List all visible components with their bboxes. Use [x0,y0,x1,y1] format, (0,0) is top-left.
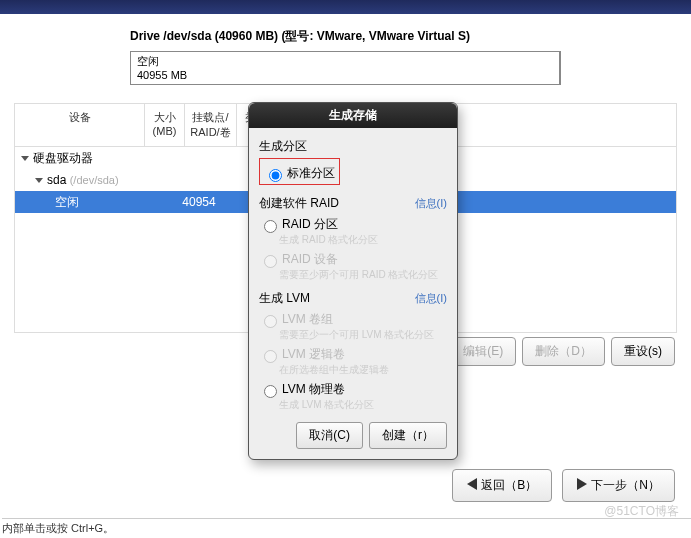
reset-button[interactable]: 重设(s) [611,337,675,366]
radio-lvm-lv [264,350,277,363]
create-storage-dialog: 生成存储 生成分区 标准分区 创建软件 RAID 信息(I) RAID 分区 生… [248,102,458,460]
drive-free-label: 空闲 [137,54,553,68]
arrow-right-icon [577,478,587,493]
dialog-title: 生成存储 [249,103,457,128]
col-size[interactable]: 大小 (MB) [145,104,185,146]
drive-free-segment[interactable]: 空闲 40955 MB [131,52,560,84]
radio-lvm-vg [264,315,277,328]
top-stripe [0,0,691,14]
lvm-info-link[interactable]: 信息(I) [415,291,447,306]
drive-title: Drive /dev/sda (40960 MB) (型号: VMware, V… [130,24,561,49]
dialog-cancel-button[interactable]: 取消(C) [296,422,363,449]
opt-lvm-lv: LVM 逻辑卷 [259,346,447,363]
raid-info-link[interactable]: 信息(I) [415,196,447,211]
arrow-left-icon [467,478,477,493]
section-partition: 生成分区 [259,138,447,155]
radio-standard[interactable] [269,169,282,182]
nav-buttons: 返回（B） 下一步（N） [452,469,675,502]
radio-raid-part[interactable] [264,220,277,233]
opt-lvm-pv[interactable]: LVM 物理卷 [259,381,447,398]
opt-standard-partition[interactable]: 标准分区 [264,165,335,182]
section-lvm: 生成 LVM 信息(I) [259,290,447,307]
col-mount[interactable]: 挂载点/ RAID/卷 [185,104,237,146]
radio-lvm-pv[interactable] [264,385,277,398]
status-bar: 内部单击或按 Ctrl+G。 [2,518,691,536]
edit-button[interactable]: 编辑(E) [450,337,516,366]
dialog-create-button[interactable]: 创建（r） [369,422,447,449]
opt-raid-partition[interactable]: RAID 分区 [259,216,447,233]
delete-button[interactable]: 删除（D） [522,337,605,366]
row-label: sda [47,173,66,187]
section-raid: 创建软件 RAID 信息(I) [259,195,447,212]
expand-icon[interactable] [35,178,43,183]
opt-lvm-lv-desc: 在所选卷组中生成逻辑卷 [279,363,447,377]
opt-raid-part-desc: 生成 RAID 格式化分区 [279,233,447,247]
row-label: 空闲 [55,194,179,211]
expand-icon[interactable] [21,156,29,161]
opt-lvm-vg: LVM 卷组 [259,311,447,328]
row-path: (/dev/sda) [70,174,119,186]
opt-lvm-vg-desc: 需要至少一个可用 LVM 格式化分区 [279,328,447,342]
row-size: 40954 [179,195,219,209]
next-button[interactable]: 下一步（N） [562,469,675,502]
row-label: 硬盘驱动器 [33,150,93,167]
opt-raid-device: RAID 设备 [259,251,447,268]
col-device[interactable]: 设备 [15,104,145,146]
opt-raid-dev-desc: 需要至少两个可用 RAID 格式化分区 [279,268,447,282]
drive-free-size: 40955 MB [137,68,553,82]
back-button[interactable]: 返回（B） [452,469,552,502]
opt-lvm-pv-desc: 生成 LVM 格式化分区 [279,398,447,412]
radio-raid-dev [264,255,277,268]
drive-diagram[interactable]: 空闲 40955 MB [130,51,561,85]
